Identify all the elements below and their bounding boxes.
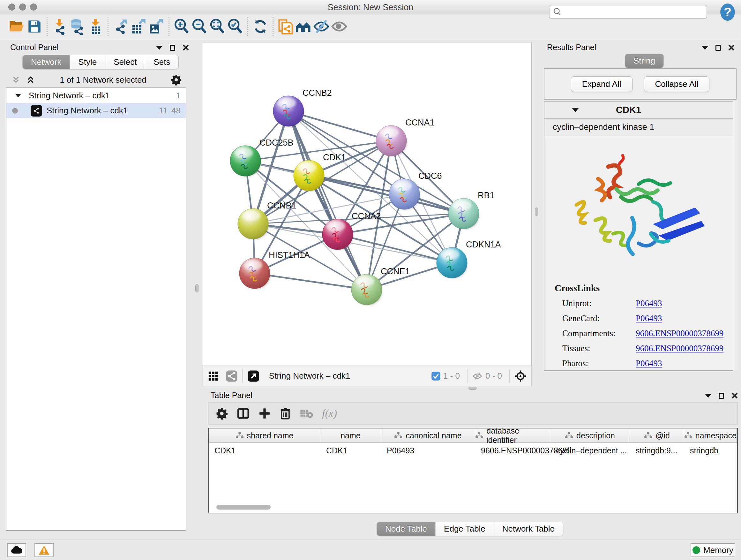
close-panel-icon[interactable] <box>731 392 738 399</box>
network-node-CCNB1[interactable] <box>238 208 268 240</box>
zoom-fit-button[interactable] <box>208 17 226 36</box>
export-image-button[interactable] <box>147 17 165 36</box>
network-node-CDC25B[interactable] <box>230 145 261 177</box>
search-input[interactable] <box>562 7 706 17</box>
panel-menu-icon[interactable] <box>701 46 709 50</box>
column-header-database-identifier[interactable]: database identifier <box>475 428 550 443</box>
show-all-button[interactable] <box>330 17 348 36</box>
network-node-CCNE1[interactable] <box>351 274 382 305</box>
float-panel-icon[interactable] <box>719 393 724 399</box>
node-entry-header[interactable]: CDK1 <box>544 102 736 119</box>
hidden-eye-slash-icon[interactable] <box>472 371 483 381</box>
import-network-database-button[interactable] <box>69 17 86 36</box>
copy-network-button[interactable] <box>277 17 294 36</box>
zoom-in-button[interactable] <box>173 17 191 36</box>
network-node-CCNA1[interactable] <box>376 125 407 157</box>
column-header-namespace[interactable]: namespace <box>684 428 737 443</box>
delete-table-icon[interactable] <box>300 408 314 419</box>
export-table-button[interactable] <box>130 17 147 36</box>
table-hscrollbar-thumb[interactable] <box>216 505 271 509</box>
network-node-CDC6[interactable] <box>389 179 420 210</box>
delete-column-trash-icon[interactable] <box>279 407 291 420</box>
hide-selected-button[interactable] <box>313 17 330 36</box>
float-panel-icon[interactable] <box>716 45 721 51</box>
first-neighbors-button[interactable] <box>294 17 313 36</box>
tab-sets[interactable]: Sets <box>145 55 179 69</box>
apply-layout-button[interactable] <box>252 17 269 36</box>
table-cell[interactable]: CDK1 <box>209 443 320 458</box>
table-cell[interactable]: stringdb:9... <box>630 443 684 458</box>
network-node-HIST1H1A[interactable] <box>239 258 270 289</box>
collapse-all-button[interactable]: Collapse All <box>644 76 710 92</box>
network-node-CDK1[interactable] <box>293 160 324 191</box>
zoom-out-button[interactable] <box>191 17 208 36</box>
network-edge[interactable] <box>288 111 367 290</box>
save-session-button[interactable] <box>25 17 44 36</box>
tab-style[interactable]: Style <box>70 55 105 69</box>
add-column-plus-icon[interactable] <box>258 407 271 420</box>
right-splitter-handle[interactable] <box>535 207 538 216</box>
table-cell[interactable]: stringdb <box>684 443 737 458</box>
tab-network[interactable]: Network <box>23 55 70 69</box>
column-header-canonical-name[interactable]: canonical name <box>381 428 475 443</box>
zoom-selected-button[interactable] <box>226 17 244 36</box>
column-header-shared-name[interactable]: shared name <box>209 428 320 443</box>
float-panel-icon[interactable] <box>170 45 175 51</box>
tab-edge-table[interactable]: Edge Table <box>435 522 494 536</box>
left-splitter-handle[interactable] <box>195 284 199 293</box>
close-panel-icon[interactable] <box>182 44 189 51</box>
tab-select[interactable]: Select <box>105 55 145 69</box>
close-panel-icon[interactable] <box>728 44 735 51</box>
collapse-all-chevrons-icon[interactable] <box>11 75 21 84</box>
crosslink-value-link[interactable]: 9606.ENSP00000378699 <box>636 328 724 338</box>
show-columns-icon[interactable] <box>237 407 250 420</box>
memory-button[interactable]: Memory <box>690 543 735 557</box>
crosslink-value-link[interactable]: P06493 <box>636 314 662 323</box>
column-header-@id[interactable]: @id <box>630 428 684 443</box>
crosslink-value-link[interactable]: P06493 <box>636 359 662 368</box>
table-cell[interactable]: cyclin–dependent ... <box>550 443 630 458</box>
bottom-splitter-handle[interactable] <box>468 387 477 390</box>
crosslink-value-link[interactable]: 9606.ENSP00000378699 <box>636 344 724 354</box>
column-header-description[interactable]: description <box>550 428 630 443</box>
open-in-new-window-icon[interactable] <box>247 370 259 382</box>
table-cell[interactable]: CDK1 <box>320 443 381 458</box>
crosslink-value-link[interactable]: P06493 <box>636 299 662 308</box>
import-table-file-button[interactable] <box>86 17 105 36</box>
function-builder-icon[interactable]: f(x) <box>322 408 337 420</box>
network-canvas[interactable]: CCNB2CCNA1CDC25BCDK1CDC6RB1CCNB1CCNA2CDK… <box>203 42 532 366</box>
expand-all-chevrons-icon[interactable] <box>25 75 36 84</box>
network-edge[interactable] <box>255 273 367 290</box>
tab-node-table[interactable]: Node Table <box>377 522 435 536</box>
table-settings-gear-icon[interactable] <box>215 407 228 420</box>
panel-menu-icon[interactable] <box>156 46 163 50</box>
warnings-button[interactable] <box>35 543 54 557</box>
network-node-CCNB2[interactable] <box>273 96 304 127</box>
grid-view-icon[interactable] <box>208 371 219 381</box>
export-network-button[interactable] <box>112 17 130 36</box>
panel-menu-icon[interactable] <box>704 394 712 398</box>
network-badge-icon[interactable] <box>226 370 238 382</box>
collection-expander-icon[interactable] <box>15 94 21 98</box>
open-session-button[interactable] <box>8 17 25 36</box>
table-cell[interactable]: 9606.ENSP00000378699 <box>475 443 550 458</box>
tab-network-table[interactable]: Network Table <box>494 522 563 536</box>
network-collection-row[interactable]: String Network – cdk1 1 <box>6 88 186 103</box>
table-cell[interactable]: P06493 <box>381 443 475 458</box>
network-graph[interactable]: CCNB2CCNA1CDC25BCDK1CDC6RB1CCNB1CCNA2CDK… <box>203 43 531 366</box>
selected-checkbox-icon[interactable] <box>431 371 441 381</box>
tab-string[interactable]: String <box>625 54 664 68</box>
results-scrollbar-track[interactable] <box>733 101 738 371</box>
network-row[interactable]: String Network – cdk1 11 48 <box>6 103 186 118</box>
import-network-file-button[interactable] <box>51 17 69 36</box>
table-row[interactable]: CDK1CDK1P064939606.ENSP00000378699cyclin… <box>209 443 737 458</box>
network-node-CCNA2[interactable] <box>322 219 353 250</box>
help-button[interactable]: ? <box>719 3 736 21</box>
entry-expander-icon[interactable] <box>572 108 579 112</box>
expand-all-button[interactable]: Expand All <box>571 76 632 92</box>
column-header-name[interactable]: name <box>320 428 381 443</box>
gear-icon[interactable] <box>171 74 182 85</box>
cloud-status-button[interactable] <box>7 543 26 557</box>
network-node-RB1[interactable] <box>448 198 479 229</box>
network-node-CDKN1A[interactable] <box>436 247 467 278</box>
